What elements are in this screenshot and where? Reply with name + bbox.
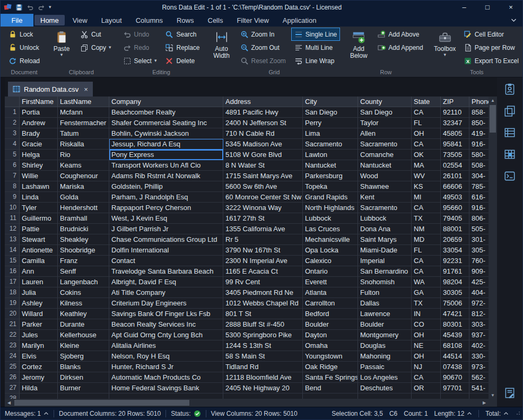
cell[interactable]: OH (412, 128, 441, 139)
cell[interactable]: Boulder (303, 319, 358, 330)
cell[interactable]: Dirksen (58, 372, 109, 383)
cell[interactable]: Golda (58, 192, 109, 203)
cell[interactable]: Imperial (358, 256, 412, 266)
row-number[interactable]: 22 (5, 330, 20, 340)
cell[interactable]: Youngstown (303, 351, 358, 362)
cell[interactable]: Kellerhouse (58, 330, 109, 340)
cell[interactable]: 580- (469, 150, 489, 160)
cell[interactable]: Allen (358, 128, 412, 139)
console-panel-button[interactable] (501, 168, 518, 185)
cell[interactable]: Adams Rib Rstrnt At Norwalk (109, 171, 223, 181)
cell[interactable]: Taylor (358, 118, 412, 128)
cell[interactable]: CA (412, 372, 441, 383)
cell[interactable]: Los Angeles (358, 372, 412, 383)
cell[interactable]: 425- (469, 277, 489, 287)
row-number[interactable]: 2 (5, 118, 20, 128)
cell[interactable]: 858- (469, 107, 489, 118)
cell[interactable]: 1355 California Ave (223, 224, 303, 234)
clipboard-panel-button[interactable] (501, 81, 518, 98)
vertical-scroll-thumb[interactable] (490, 105, 496, 133)
row-number[interactable]: 27 (5, 383, 20, 393)
cell-editor-button[interactable]: Cell Editor (460, 28, 522, 41)
row-number[interactable]: 12 (5, 224, 20, 234)
row-number[interactable]: 4 (5, 139, 20, 150)
cell[interactable]: Shafer Commercial Seating Inc (109, 118, 223, 128)
cell[interactable]: WV (412, 171, 441, 181)
column-header-city[interactable]: City (303, 97, 358, 107)
cell[interactable]: Bohlin, Cywinski Jackson (109, 128, 223, 139)
cell[interactable]: 92110 (441, 107, 469, 118)
cell[interactable]: CA (412, 107, 441, 118)
cell[interactable]: 4891 Pacific Hwy (223, 107, 303, 118)
row-number[interactable]: 28 (5, 393, 20, 399)
cell[interactable]: 30305 (441, 287, 469, 298)
delete-button[interactable]: Delete (162, 54, 203, 67)
row-number[interactable]: 26 (5, 372, 20, 383)
cell[interactable]: 812- (469, 309, 489, 319)
cell[interactable]: Lubbock (358, 213, 412, 224)
cell[interactable]: Calexico (303, 256, 358, 266)
cell[interactable]: 45805 (441, 128, 469, 139)
grid-cell-panel-button[interactable] (501, 146, 518, 163)
cell[interactable]: Dallas (358, 298, 412, 309)
cell[interactable]: Hendershott (58, 203, 109, 213)
cell[interactable]: Tatum (58, 128, 109, 139)
cell[interactable]: Bramhall (58, 213, 109, 224)
cell[interactable]: 90670 (441, 372, 469, 383)
cell[interactable]: Gracie (20, 139, 58, 150)
cell[interactable]: Cokins (58, 287, 109, 298)
cell[interactable]: 33054 (441, 245, 469, 256)
row-number[interactable]: 24 (5, 351, 20, 362)
cell[interactable]: 73505 (441, 150, 469, 160)
active-cell[interactable]: Pony Express (109, 150, 223, 160)
vertical-scrollbar[interactable]: ▲ ▼ (489, 97, 497, 399)
cell[interactable]: 916- (469, 203, 489, 213)
cell[interactable]: Kilness (58, 298, 109, 309)
menu-tab-rows[interactable]: Rows (170, 14, 201, 27)
unlock-button[interactable]: Unlock (5, 41, 43, 54)
cell[interactable]: Marilyn (20, 340, 58, 351)
cell[interactable]: Oak Ridge (303, 362, 358, 372)
cell[interactable]: Keathley (58, 309, 109, 319)
cell[interactable]: Keams (58, 160, 109, 171)
cell[interactable]: West, J Kevin Esq (109, 213, 223, 224)
cell[interactable]: 66606 (441, 181, 469, 192)
cell[interactable]: 973- (469, 362, 489, 372)
cell[interactable]: Stewart (20, 234, 58, 245)
cell[interactable]: 419- (469, 128, 489, 139)
cell[interactable]: 97701 (441, 383, 469, 393)
scroll-right-arrow[interactable]: ▶ (480, 399, 489, 407)
cell[interactable]: Albright, David F Esq (109, 277, 223, 287)
cell[interactable]: Andrew (20, 118, 58, 128)
cell[interactable] (20, 393, 58, 399)
cell[interactable]: 60 Monroe Center St Nw (223, 192, 303, 203)
add-below-button[interactable]: Add Below (345, 28, 372, 59)
cell[interactable]: Helga (20, 150, 58, 160)
cell[interactable]: Kent (358, 192, 412, 203)
cell[interactable]: Durante (58, 319, 109, 330)
cell[interactable]: 710 N Cable Rd (223, 128, 303, 139)
menu-tab-columns[interactable]: Columns (129, 14, 170, 27)
cell[interactable]: 47421 (441, 309, 469, 319)
cell[interactable]: Douglas (358, 340, 412, 351)
row-number[interactable]: 13 (5, 234, 20, 245)
cell[interactable]: Beacon Realty Services Inc (109, 319, 223, 330)
cell[interactable]: Lima (303, 128, 358, 139)
cell[interactable]: Jessup, Richard A Esq (109, 139, 223, 150)
cell[interactable]: 304- (469, 171, 489, 181)
row-number[interactable]: 17 (5, 277, 20, 287)
cell[interactable]: 1617 27th St (223, 213, 303, 224)
cell[interactable]: Riskalla (58, 139, 109, 150)
cell[interactable]: Willie (20, 171, 58, 181)
cell[interactable]: 916- (469, 139, 489, 150)
cell[interactable]: Lubbock (303, 213, 358, 224)
cell[interactable]: Dona Ana (358, 224, 412, 234)
cell[interactable]: Travelodge Santa Barbara Beach (109, 266, 223, 277)
cell[interactable]: Shawnee (358, 181, 412, 192)
cell[interactable]: Guillermo (20, 213, 58, 224)
scroll-down-arrow[interactable]: ▼ (489, 391, 497, 399)
cell[interactable]: Snohomish (358, 277, 412, 287)
column-header-company[interactable]: Company (109, 97, 223, 107)
cell[interactable] (109, 393, 223, 399)
cell[interactable]: CA (412, 256, 441, 266)
